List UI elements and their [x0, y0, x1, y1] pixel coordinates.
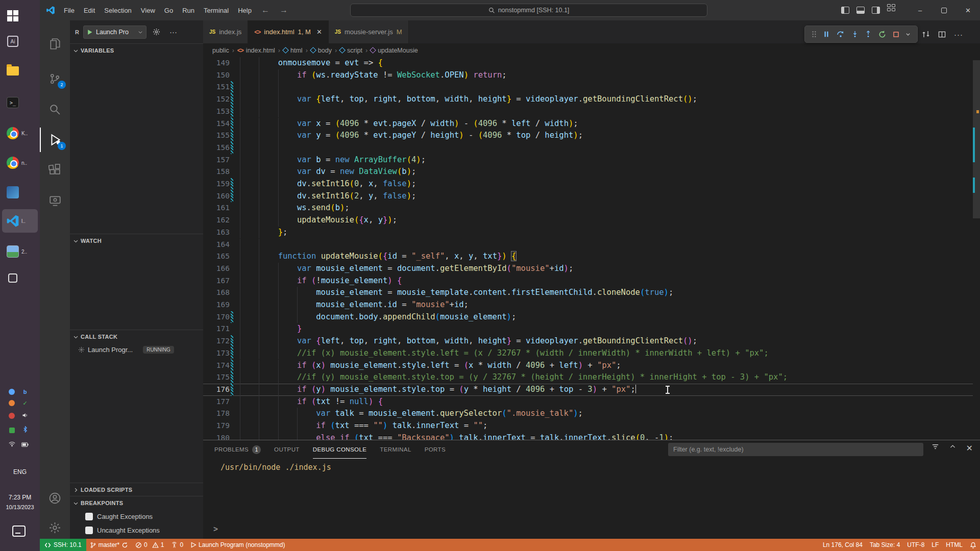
section-header-loaded[interactable]: LOADED SCRIPTS	[70, 483, 203, 496]
activity-account-icon[interactable]	[40, 486, 70, 510]
customize-layout-icon[interactable]	[887, 4, 905, 16]
code-line[interactable]: 154var x = (4096 * evt.pageX / width) - …	[240, 118, 971, 130]
toggle-sidebar-icon[interactable]	[841, 7, 849, 14]
taskbar-item-blue-app-icon[interactable]	[2, 181, 38, 204]
editor-scrollbar[interactable]	[973, 57, 980, 440]
code-line[interactable]: 168mousie_element = mousie_template.cont…	[240, 287, 971, 299]
pause-icon[interactable]	[823, 31, 830, 38]
split-editor-icon[interactable]	[938, 31, 946, 38]
call-stack-item[interactable]: Launch Progr...RUNNING	[70, 343, 203, 356]
activity-search-icon[interactable]	[40, 97, 70, 121]
checkbox[interactable]	[85, 513, 93, 520]
line-number[interactable]: 180	[207, 432, 230, 440]
breadcrumb-item-html[interactable]: html	[283, 47, 303, 54]
section-header-variables[interactable]: VARIABLES	[70, 44, 203, 57]
menu-run[interactable]: Run	[178, 7, 199, 14]
checkbox[interactable]	[85, 527, 93, 534]
back-arrow[interactable]: ←	[256, 6, 275, 15]
dot-orange-tray-icon[interactable]	[9, 400, 15, 406]
line-number[interactable]: 151	[207, 81, 230, 93]
line-number[interactable]: 156	[207, 142, 230, 154]
line-number[interactable]: 161	[207, 202, 230, 214]
line-number[interactable]: 172	[207, 335, 230, 347]
line-number[interactable]: 176	[207, 384, 230, 396]
activity-remote-explorer-icon[interactable]	[40, 189, 70, 213]
console-prompt-chevron[interactable]: >	[213, 524, 218, 534]
line-number[interactable]: 175	[207, 371, 230, 384]
line-number[interactable]: 170	[207, 311, 230, 323]
line-number[interactable]: 152	[207, 93, 230, 106]
more-actions-icon[interactable]: ···	[954, 30, 963, 39]
compare-changes-icon[interactable]	[922, 30, 930, 38]
maximize-panel-icon[interactable]	[949, 443, 956, 453]
breakpoint-row[interactable]: Uncaught Exceptions	[70, 523, 203, 537]
dot-red-tray-icon[interactable]	[9, 413, 15, 419]
code-line[interactable]: 153	[240, 106, 971, 118]
line-number[interactable]: 162	[207, 214, 230, 227]
panel-tab-terminal[interactable]: TERMINAL	[380, 440, 411, 459]
line-number[interactable]: 171	[207, 323, 230, 335]
panel-tab-problems[interactable]: PROBLEMS1	[214, 440, 261, 459]
code-line[interactable]: 173//if (x) mousie_element.style.left = …	[240, 347, 971, 360]
line-number[interactable]: 157	[207, 154, 230, 166]
tab-index.html[interactable]: <>index.html 1, M✕	[248, 20, 328, 43]
menu-help[interactable]: Help	[233, 7, 256, 14]
code-line[interactable]: 151	[240, 81, 971, 93]
code-line[interactable]: 174if (x) mousie_element.style.left = (x…	[240, 360, 971, 372]
code-line[interactable]: 177if (txt != null) {	[240, 396, 971, 408]
minimize-button[interactable]: –	[908, 0, 932, 20]
menu-selection[interactable]: Selection	[100, 7, 136, 14]
line-number[interactable]: 154	[207, 118, 230, 130]
more-actions-icon[interactable]: ···	[166, 28, 180, 36]
taskbar-item-chrome-icon[interactable]: n..	[2, 151, 38, 174]
toggle-panel-icon[interactable]	[856, 7, 865, 14]
code-line[interactable]: 162updateMousie({x, y});	[240, 214, 971, 227]
code-line[interactable]: 160dv.setInt16(2, y, false);	[240, 190, 971, 203]
square-green-tray-icon[interactable]	[9, 428, 15, 433]
line-number[interactable]: 173	[207, 347, 230, 360]
line-number[interactable]: 179	[207, 420, 230, 432]
status-cursor-position[interactable]: Ln 176, Col 84	[819, 539, 866, 551]
step-over-icon[interactable]	[837, 30, 845, 38]
battery-tray-icon[interactable]	[21, 440, 29, 449]
activity-explorer-icon[interactable]	[40, 32, 70, 56]
breadcrumb-item-body[interactable]: body	[311, 47, 332, 54]
step-into-icon[interactable]	[851, 30, 859, 38]
bluetooth-b-tray-icon[interactable]: b	[22, 389, 28, 395]
code-line[interactable]: 158var dv = new DataView(b);	[240, 166, 971, 178]
menu-file[interactable]: File	[59, 7, 79, 14]
breadcrumb-item-index.html[interactable]: <>index.html	[237, 47, 275, 54]
line-number[interactable]: 158	[207, 166, 230, 178]
taskbar-item-terminal-app-icon[interactable]: >_	[2, 91, 38, 114]
code-line[interactable]: 175//if (y) mousie_element.style.top = (…	[240, 371, 971, 384]
status-indentation[interactable]: Tab Size: 4	[866, 539, 903, 551]
taskbar-item-chrome-icon[interactable]: K..	[2, 121, 38, 145]
line-number[interactable]: 155	[207, 130, 230, 142]
taskbar-item-vscode-app-icon[interactable]: l..	[2, 209, 38, 233]
bluetooth-tray-icon[interactable]	[22, 425, 28, 435]
code-line[interactable]: 159dv.setInt16(0, x, false);	[240, 178, 971, 190]
code-line[interactable]: 170document.body.appendChild(mousie_elem…	[240, 311, 971, 323]
code-line[interactable]: 172var {left, top, right, bottom, width,…	[240, 335, 971, 347]
tab-index.js[interactable]: JSindex.js	[203, 20, 248, 43]
status-problems[interactable]: 01	[132, 539, 167, 551]
menu-go[interactable]: Go	[160, 7, 178, 14]
maximize-button[interactable]	[932, 0, 956, 20]
close-button[interactable]: ✕	[956, 0, 980, 20]
code-line[interactable]: 176if (y) mousie_element.style.top = (y …	[240, 384, 971, 396]
status-debug-session[interactable]: Launch Program (nonstopmmd)	[187, 539, 288, 551]
menu-view[interactable]: View	[136, 7, 160, 14]
code-line[interactable]: 164	[240, 239, 971, 251]
speaker-tray-icon[interactable]	[22, 411, 28, 420]
line-number[interactable]: 159	[207, 178, 230, 190]
menu-edit[interactable]: Edit	[79, 7, 100, 14]
code-line[interactable]: 156	[240, 142, 971, 154]
activity-run-debug-icon[interactable]: 1	[40, 128, 70, 152]
clock-date[interactable]: 10/13/2023	[0, 504, 40, 510]
panel-tab-debug-console[interactable]: DEBUG CONSOLE	[313, 440, 367, 459]
status-remote[interactable]: SSH: 10.1	[40, 539, 86, 551]
status-notifications[interactable]	[966, 539, 980, 551]
code-line[interactable]: 157var b = new ArrayBuffer(4);	[240, 154, 971, 166]
wifi-tray-icon[interactable]	[9, 440, 15, 449]
line-number[interactable]: 165	[207, 251, 230, 263]
